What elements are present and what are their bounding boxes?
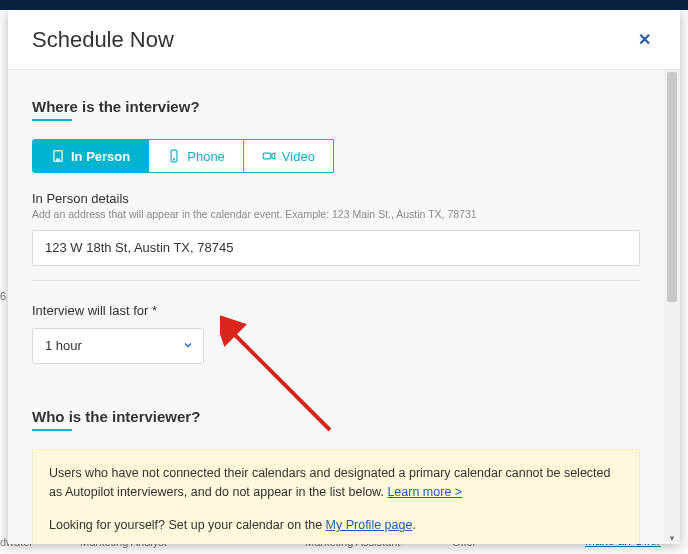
in-person-details-label: In Person details xyxy=(32,191,640,206)
duration-select[interactable]: 1 hour xyxy=(32,328,204,364)
close-icon: ✕ xyxy=(638,30,651,49)
scrollbar[interactable]: ▲ ▼ xyxy=(664,70,680,544)
divider xyxy=(32,280,640,281)
where-title: Where is the interview? xyxy=(32,98,640,115)
close-button[interactable]: ✕ xyxy=(632,28,656,52)
svg-point-9 xyxy=(174,159,175,160)
where-section: Where is the interview? In Person Phone … xyxy=(32,98,640,364)
warning-text-2: Looking for yourself? Set up your calend… xyxy=(49,516,623,535)
title-underline xyxy=(32,429,72,431)
who-section: Who is the interviewer? Users who have n… xyxy=(32,408,640,544)
duration-value: 1 hour xyxy=(45,338,82,353)
svg-rect-7 xyxy=(57,159,59,161)
interview-type-tabs: In Person Phone Video xyxy=(32,139,640,173)
duration-select-wrap: 1 hour xyxy=(32,328,204,364)
calendar-warning-box: Users who have not connected their calen… xyxy=(32,449,640,544)
scrollbar-thumb[interactable] xyxy=(667,72,677,302)
tab-video-label: Video xyxy=(282,149,315,164)
svg-rect-10 xyxy=(263,153,271,159)
warning-line1a: Users who have not connected their calen… xyxy=(49,466,610,499)
in-person-details-hint: Add an address that will appear in the c… xyxy=(32,208,640,222)
who-title: Who is the interviewer? xyxy=(32,408,640,425)
svg-marker-11 xyxy=(272,153,275,159)
schedule-now-modal: Schedule Now ✕ Where is the interview? I… xyxy=(8,10,680,544)
warning-line2a: Looking for yourself? Set up your calend… xyxy=(49,518,326,532)
scroll-down-icon[interactable]: ▼ xyxy=(666,532,678,544)
my-profile-link[interactable]: My Profile page xyxy=(326,518,413,532)
learn-more-link[interactable]: Learn more > xyxy=(387,485,462,499)
modal-header: Schedule Now ✕ xyxy=(8,10,680,70)
phone-icon xyxy=(167,149,181,163)
tab-in-person-label: In Person xyxy=(71,149,130,164)
tab-video[interactable]: Video xyxy=(244,139,334,173)
modal-title: Schedule Now xyxy=(32,27,174,53)
tab-in-person[interactable]: In Person xyxy=(32,139,149,173)
warning-line2b: . xyxy=(412,518,415,532)
modal-body[interactable]: Where is the interview? In Person Phone … xyxy=(8,70,664,544)
video-icon xyxy=(262,149,276,163)
tab-phone[interactable]: Phone xyxy=(149,139,244,173)
duration-label: Interview will last for * xyxy=(32,303,640,318)
modal-body-wrapper: Where is the interview? In Person Phone … xyxy=(8,70,680,544)
tab-phone-label: Phone xyxy=(187,149,225,164)
title-underline xyxy=(32,119,72,121)
warning-text-1: Users who have not connected their calen… xyxy=(49,464,623,503)
building-icon xyxy=(51,149,65,163)
address-input[interactable] xyxy=(32,230,640,266)
svg-rect-0 xyxy=(54,151,62,162)
